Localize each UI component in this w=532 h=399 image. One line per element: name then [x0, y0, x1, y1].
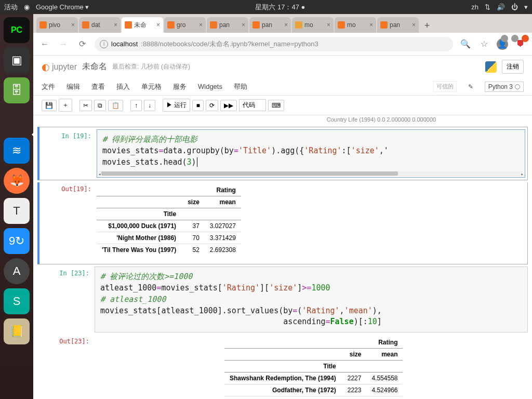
command-palette-icon[interactable]: ⌨	[268, 100, 284, 111]
fastforward-icon[interactable]: ▶▶	[220, 100, 237, 111]
tab-4[interactable]: pan×	[207, 17, 248, 33]
scroll-left-icon[interactable]: ◂	[98, 171, 101, 178]
dock-apps-grid[interactable]	[4, 349, 30, 375]
jupyter-logo[interactable]: ◐jupyter	[42, 61, 77, 73]
edit-mode-icon[interactable]: ✎	[468, 83, 473, 90]
scroll-thumb[interactable]	[101, 171, 398, 176]
bookmark-star-icon[interactable]: ☆	[478, 39, 490, 49]
logout-button[interactable]: 注销	[502, 60, 524, 74]
table-row: Godfather, The (1972)22234.524966	[224, 384, 403, 396]
dock-files[interactable]: 🗄	[4, 77, 30, 103]
trusted-badge[interactable]: 可信的	[433, 81, 457, 92]
dock: PC ▣ 🗄 ≋ 🦊 T 9↻ A S 📒	[0, 14, 33, 399]
menu-cell[interactable]: 单元格	[141, 82, 162, 91]
run-button[interactable]: ▶ 运行	[163, 99, 190, 112]
tab-close-icon[interactable]: ×	[284, 21, 288, 29]
tab-close-icon[interactable]: ×	[156, 21, 160, 29]
tab-close-icon[interactable]: ×	[327, 21, 330, 29]
tab-8[interactable]: pan×	[377, 17, 419, 33]
code-editor[interactable]: # 得到评分最高的十部电影 movies_stats=data.groupby(…	[97, 129, 525, 178]
active-app-label[interactable]: Google Chrome ▾	[36, 3, 89, 11]
input-method-label[interactable]: zh	[471, 3, 478, 11]
jupyter-header: ◐jupyter 未命名 最后检查: 几秒前 (自动保存) 注销	[33, 56, 532, 78]
horizontal-scrollbar[interactable]: ◂▸	[99, 171, 523, 176]
cut-icon[interactable]: ✂	[79, 100, 92, 111]
network-icon[interactable]: ⇅	[485, 3, 490, 11]
python-logo-icon	[485, 61, 497, 73]
notebook-title[interactable]: 未命名	[82, 61, 107, 72]
dock-notes[interactable]: 📒	[4, 318, 30, 344]
dock-updates[interactable]: A	[4, 258, 30, 284]
code-editor[interactable]: # 被评论过的次数>=1000 atleast_1000=movies_stat…	[95, 267, 528, 332]
tab-strip: pivo× dat× 未命× gro× pan× pan× mo× mo× pa…	[33, 14, 532, 33]
nav-back-icon[interactable]: ←	[38, 39, 51, 49]
window-minimize[interactable]	[501, 35, 508, 42]
scroll-right-icon[interactable]: ▸	[521, 171, 524, 178]
window-close[interactable]	[522, 35, 529, 42]
stop-icon[interactable]: ■	[192, 100, 204, 111]
menu-insert[interactable]: 插入	[116, 82, 130, 91]
power-icon[interactable]: ⏻	[511, 3, 518, 11]
tab-close-icon[interactable]: ×	[114, 21, 117, 29]
tab-close-icon[interactable]: ×	[412, 21, 416, 29]
nav-reload-icon[interactable]: ⟳	[76, 39, 88, 49]
new-tab-button[interactable]: +	[420, 18, 434, 33]
dock-wps[interactable]: 9↻	[4, 228, 30, 254]
col-mean: mean	[205, 196, 241, 208]
col-size: size	[182, 196, 205, 208]
dock-terminal[interactable]: ▣	[4, 47, 30, 73]
menu-help[interactable]: 帮助	[234, 82, 247, 91]
volume-icon[interactable]: 🔊	[497, 3, 505, 11]
nav-forward-icon[interactable]: →	[57, 39, 70, 49]
omnibox[interactable]: i localhost:8888/notebooks/code/未命名.ipyn…	[95, 37, 453, 51]
dock-firefox[interactable]: 🦊	[4, 168, 30, 194]
menu-view[interactable]: 查看	[91, 82, 105, 91]
menu-file[interactable]: 文件	[42, 82, 55, 91]
menu-caret-icon[interactable]: ▾	[524, 3, 528, 11]
dock-text[interactable]: T	[4, 198, 30, 224]
jupyter-favicon-icon	[82, 21, 89, 29]
tab-2-active[interactable]: 未命×	[122, 17, 163, 33]
col-rating: Rating	[342, 337, 403, 349]
activities-button[interactable]: 活动	[4, 3, 18, 12]
tab-7[interactable]: mo×	[335, 17, 376, 33]
move-up-icon[interactable]: ↑	[130, 100, 142, 111]
clock-label[interactable]: 星期六 17：47 ●	[255, 3, 305, 11]
save-icon[interactable]: 💾	[42, 100, 57, 111]
kernel-name: Python 3	[488, 83, 513, 90]
celltype-select[interactable]: 代码	[239, 99, 266, 111]
tab-3[interactable]: gro×	[164, 17, 206, 33]
menu-widgets[interactable]: Widgets	[198, 83, 222, 90]
menu-kernel[interactable]: 服务	[173, 82, 187, 91]
move-down-icon[interactable]: ↓	[144, 100, 155, 111]
menu-edit[interactable]: 编辑	[66, 82, 80, 91]
tab-1[interactable]: dat×	[79, 17, 121, 33]
table-row: $1,000,000 Duck (1971)373.027027	[97, 220, 241, 232]
paste-icon[interactable]: 📋	[108, 100, 123, 111]
add-cell-icon[interactable]: ＋	[59, 99, 72, 112]
url-path: :8888/notebooks/code/未命名.ipynb?kernel_na…	[141, 39, 318, 49]
dock-spreadsheet[interactable]: S	[4, 288, 30, 314]
tab-5[interactable]: pan×	[249, 17, 291, 33]
tab-6[interactable]: mo×	[292, 17, 334, 33]
window-maximize[interactable]	[511, 35, 518, 42]
col-rating: Rating	[182, 184, 241, 196]
dock-vscode[interactable]: ≋	[4, 138, 30, 164]
copy-icon[interactable]: ⧉	[94, 100, 106, 111]
doc-favicon-icon	[295, 21, 302, 29]
tab-close-icon[interactable]: ×	[71, 21, 75, 29]
out-prompt: Out[19]:	[39, 182, 97, 261]
tab-close-icon[interactable]: ×	[369, 21, 373, 29]
tab-close-icon[interactable]: ×	[242, 21, 245, 29]
jupyter-brand: jupyter	[52, 62, 77, 72]
site-info-icon[interactable]: i	[100, 40, 108, 48]
tab-0[interactable]: pivo×	[36, 17, 78, 33]
restart-icon[interactable]: ⟳	[206, 100, 218, 111]
code-cell-23[interactable]: In [23]: # 被评论过的次数>=1000 atleast_1000=mo…	[37, 267, 528, 332]
search-icon[interactable]: 🔍	[459, 39, 472, 49]
code-cell-19[interactable]: In [19]: # 得到评分最高的十部电影 movies_stats=data…	[37, 127, 528, 180]
jupyter-favicon-icon	[380, 21, 388, 29]
kernel-indicator[interactable]: Python 3	[485, 82, 524, 92]
dock-pycharm[interactable]: PC	[4, 17, 30, 43]
tab-close-icon[interactable]: ×	[199, 21, 203, 29]
